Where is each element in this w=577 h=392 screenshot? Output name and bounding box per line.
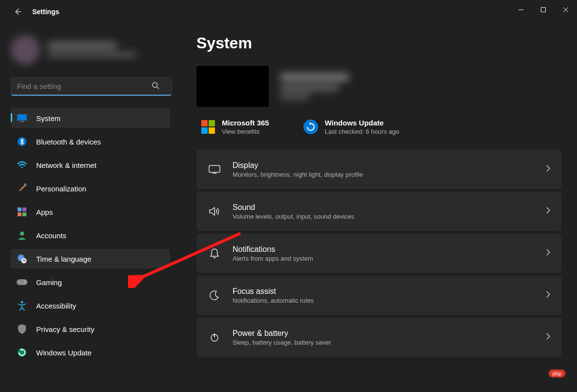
device-image [196, 66, 269, 107]
chevron-right-icon [546, 248, 551, 258]
chevron-right-icon [546, 206, 551, 216]
quick-title: Windows Update [325, 119, 400, 127]
moon-icon [207, 290, 222, 300]
sidebar-item-label: Time & language [36, 255, 91, 263]
device-info[interactable] [196, 66, 563, 107]
sidebar-item-windows-update[interactable]: Windows Update [11, 343, 170, 362]
setting-sound[interactable]: Sound Volume levels, output, input, soun… [196, 192, 561, 231]
watermark: php [549, 370, 565, 377]
close-button[interactable] [555, 2, 577, 18]
brush-icon [17, 183, 27, 194]
close-icon [563, 7, 569, 13]
setting-focus-assist[interactable]: Focus assist Notifications, automatic ru… [196, 276, 561, 315]
sound-icon [207, 206, 222, 216]
setting-title: Sound [233, 203, 546, 212]
globe-clock-icon [17, 253, 27, 264]
user-profile[interactable] [11, 35, 170, 64]
setting-title: Power & battery [233, 329, 546, 338]
setting-subtitle: Monitors, brightness, night light, displ… [233, 171, 546, 178]
setting-subtitle: Notifications, automatic rules [233, 297, 546, 304]
svg-point-22 [21, 301, 23, 304]
apps-icon [17, 206, 27, 217]
accessibility-icon [17, 300, 27, 311]
nav-list: System Bluetooth & devices Network & int… [11, 108, 170, 362]
svg-rect-13 [18, 212, 21, 216]
sidebar-item-personalization[interactable]: Personalization [11, 179, 170, 198]
svg-rect-14 [22, 212, 26, 216]
sidebar-item-label: Accounts [36, 231, 66, 240]
svg-point-21 [25, 282, 26, 283]
search-icon [151, 82, 159, 91]
sidebar-item-label: Windows Update [36, 349, 91, 357]
maximize-button[interactable] [532, 2, 555, 18]
setting-title: Display [233, 161, 546, 170]
quick-title: Microsoft 365 [222, 119, 269, 127]
chevron-right-icon [546, 165, 551, 174]
svg-point-9 [21, 166, 23, 168]
bluetooth-icon [17, 136, 27, 147]
sidebar: System Bluetooth & devices Network & int… [0, 23, 176, 392]
minimize-icon [518, 7, 524, 13]
person-icon [17, 230, 27, 241]
quick-subtitle: Last checked: 6 hours ago [325, 128, 400, 135]
setting-power-battery[interactable]: Power & battery Sleep, battery usage, ba… [196, 318, 561, 357]
svg-rect-12 [22, 207, 26, 211]
svg-rect-24 [209, 165, 220, 172]
main-content: System Microsoft 365 View benefits Windo… [176, 23, 577, 392]
bell-icon [207, 248, 222, 259]
chevron-right-icon [546, 290, 551, 300]
quick-subtitle: View benefits [222, 128, 269, 135]
sidebar-item-label: System [36, 114, 61, 123]
back-arrow-icon [14, 8, 21, 16]
sidebar-item-time-language[interactable]: Time & language [11, 249, 170, 268]
gamepad-icon [17, 277, 27, 288]
chevron-right-icon [546, 332, 551, 342]
svg-point-20 [24, 281, 25, 282]
app-title: Settings [32, 8, 59, 16]
maximize-icon [540, 7, 546, 13]
sidebar-item-label: Network & internet [36, 161, 96, 169]
quick-link-windows-update[interactable]: Windows Update Last checked: 6 hours ago [303, 119, 400, 135]
sidebar-item-label: Personalization [36, 185, 86, 193]
sidebar-item-accounts[interactable]: Accounts [11, 226, 170, 245]
wifi-icon [17, 160, 27, 170]
back-button[interactable] [8, 2, 27, 21]
svg-rect-18 [17, 279, 27, 285]
svg-rect-6 [17, 114, 27, 121]
sidebar-item-label: Apps [36, 208, 53, 216]
svg-point-15 [20, 232, 24, 236]
windows-update-icon [303, 120, 318, 134]
microsoft-365-icon [201, 120, 215, 134]
sidebar-item-privacy[interactable]: Privacy & security [11, 319, 170, 339]
avatar [11, 35, 40, 64]
svg-rect-1 [541, 8, 546, 12]
svg-point-19 [19, 282, 20, 283]
setting-title: Focus assist [233, 287, 546, 296]
minimize-button[interactable] [510, 2, 532, 18]
setting-display[interactable]: Display Monitors, brightness, night ligh… [196, 150, 561, 189]
quick-link-ms365[interactable]: Microsoft 365 View benefits [201, 119, 269, 135]
sidebar-item-label: Privacy & security [36, 325, 94, 333]
sidebar-item-accessibility[interactable]: Accessibility [11, 296, 170, 315]
sidebar-item-apps[interactable]: Apps [11, 202, 170, 222]
svg-line-5 [157, 87, 159, 89]
power-icon [207, 332, 222, 342]
svg-rect-11 [18, 207, 21, 211]
sidebar-item-network[interactable]: Network & internet [11, 155, 170, 175]
search-input[interactable] [11, 77, 172, 96]
sidebar-item-system[interactable]: System [11, 108, 170, 128]
setting-title: Notifications [233, 245, 546, 254]
setting-subtitle: Volume levels, output, input, sound devi… [233, 213, 546, 220]
setting-notifications[interactable]: Notifications Alerts from apps and syste… [196, 234, 561, 273]
svg-rect-7 [20, 121, 24, 122]
svg-point-4 [152, 83, 157, 87]
sidebar-item-bluetooth[interactable]: Bluetooth & devices [11, 132, 170, 151]
sidebar-item-gaming[interactable]: Gaming [11, 272, 170, 292]
sidebar-item-label: Accessibility [36, 302, 76, 310]
sidebar-item-label: Bluetooth & devices [36, 138, 101, 146]
setting-subtitle: Alerts from apps and system [233, 255, 546, 262]
setting-subtitle: Sleep, battery usage, battery saver [233, 339, 546, 346]
display-icon [207, 165, 222, 174]
page-title: System [196, 34, 563, 52]
monitor-icon [17, 113, 27, 124]
